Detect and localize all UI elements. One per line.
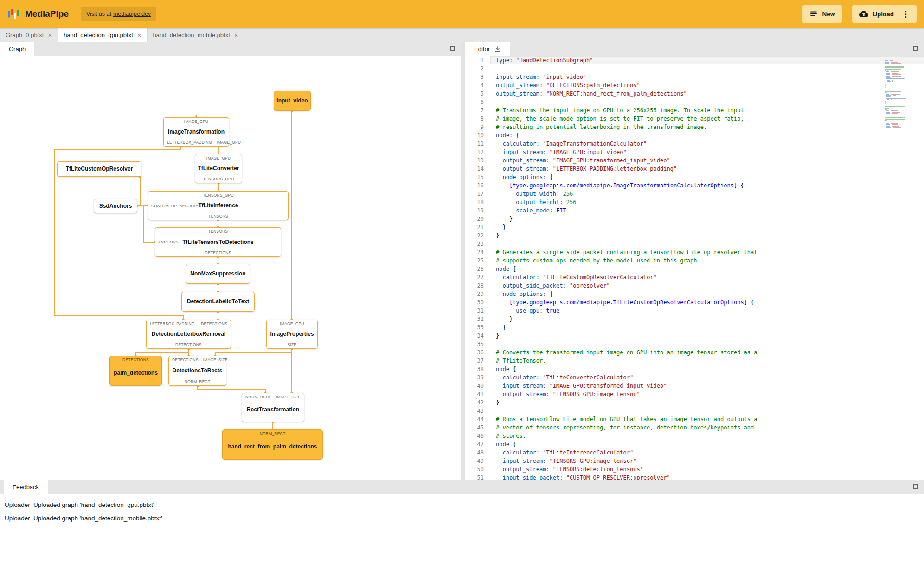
code-line[interactable]: node: { [490, 131, 924, 140]
code-line[interactable]: } [490, 215, 924, 223]
graph-node-RectTransformation[interactable]: NORM_RECTIMAGE_SIZERectTransformation [242, 393, 304, 422]
upload-button[interactable]: Upload ⋮ [852, 5, 917, 23]
file-tab-label: hand_detection_mobile.pbtxt [153, 32, 230, 38]
more-options-icon[interactable]: ⋮ [902, 10, 910, 18]
code-line[interactable]: output_stream: "TENSORS_GPU:image_tensor… [490, 390, 924, 398]
graph-node-palm_detections[interactable]: DETECTIONSpalm_detections [109, 356, 162, 386]
graph-node-DetectionsToRects[interactable]: DETECTIONSIMAGE_SIZEDetectionsToRectsNOR… [168, 356, 226, 386]
expand-panel-icon[interactable] [913, 46, 918, 51]
code-line[interactable]: } [490, 223, 924, 231]
code-line[interactable]: output_stream: "NORM_RECT:hand_rect_from… [490, 90, 924, 98]
code-line[interactable]: # image, the scale_mode option is set to… [490, 115, 924, 123]
code-line[interactable]: } [490, 332, 924, 340]
code-line[interactable]: output_stream: "TENSORS:detection_tensor… [490, 465, 924, 474]
graph-node-TfLiteConverter[interactable]: IMAGE_GPUTfLiteConverterTENSORS_GPU [195, 154, 242, 183]
line-number: 4 [465, 81, 484, 90]
code-line[interactable]: input_stream: "IMAGE_GPU:transformed_inp… [490, 382, 924, 390]
minimap-line [885, 109, 919, 110]
port-label-image_size: IMAGE_SIZE [203, 358, 228, 362]
code-line[interactable]: # Converts the transformed input image o… [490, 348, 924, 357]
expand-panel-icon[interactable] [913, 484, 918, 489]
code-line[interactable]: # Transforms the input image on GPU to a… [490, 106, 924, 115]
code-line[interactable]: type: "HandDetectionSubgraph" [490, 56, 924, 64]
graph-node-ImageTransformation[interactable]: IMAGE_GPUImageTransformationLETTERBOX_PA… [163, 117, 229, 147]
download-icon[interactable] [494, 45, 501, 53]
graph-node-TfLiteInference[interactable]: TENSORS_GPUTfLiteInferenceTENSORSCUSTOM_… [148, 191, 289, 220]
code-line[interactable]: calculator: "ImageTransformationCalculat… [490, 140, 924, 148]
node-bottom-ports: NORM_RECT [171, 379, 224, 384]
code-line[interactable]: use_gpu: true [490, 307, 924, 315]
new-button[interactable]: New [802, 5, 842, 23]
cloud-upload-icon [859, 9, 868, 19]
code-line[interactable]: calculator: "TfLiteInferenceCalculator" [490, 448, 924, 457]
code-line[interactable]: } [490, 323, 924, 332]
tab-editor[interactable]: Editor [465, 42, 510, 56]
code-line[interactable]: # Generates a single side packet contain… [490, 248, 924, 256]
graph-node-SsdAnchors[interactable]: SsdAnchors [94, 199, 137, 213]
code-line[interactable]: output_stream: "DETECTIONS:palm_detectio… [490, 81, 924, 90]
graph-node-TfLiteTensorsToDetections[interactable]: TENSORSTfLiteTensorsToDetectionsDETECTIO… [155, 227, 281, 257]
graph-canvas[interactable]: input_videoIMAGE_GPUImageTransformationL… [0, 56, 461, 480]
code-line[interactable]: node { [490, 365, 924, 373]
code-line[interactable]: # Runs a TensorFlow Lite model on GPU th… [490, 415, 924, 423]
code-line[interactable]: node { [490, 440, 924, 448]
graph-node-DetectionLetterboxRemoval[interactable]: LETTERBOX_PADDINGDETECTIONSDetectionLett… [146, 320, 231, 349]
tab-feedback[interactable]: Feedback [4, 480, 48, 494]
graph-node-DetectionLabelIdToText[interactable]: DetectionLabelIdToText [181, 292, 255, 312]
code-line[interactable]: output_height: 256 [490, 198, 924, 206]
code-line[interactable]: calculator: "TfLiteConverterCalculator" [490, 373, 924, 382]
graph-node-input_video[interactable]: input_video [274, 91, 311, 111]
code-line[interactable]: scale_mode: FIT [490, 206, 924, 215]
code-line[interactable]: [type.googleapis.com/mediapipe.ImageTran… [490, 181, 924, 190]
code-line[interactable] [490, 240, 924, 248]
file-tab[interactable]: hand_detection_gpu.pbtxt× [58, 28, 147, 42]
code-line[interactable]: input_side_packet: "CUSTOM_OP_RESOLVER:o… [490, 474, 924, 480]
code-line[interactable]: } [490, 398, 924, 407]
minimap-line [885, 83, 919, 83]
minimap-line [885, 99, 919, 100]
code-line[interactable]: input_stream: "IMAGE_GPU:input_video" [490, 148, 924, 156]
code-line[interactable]: # supports custom ops needed by the mode… [490, 256, 924, 265]
graph-node-ImageProperties[interactable]: IMAGE_GPUImagePropertiesSIZE [266, 320, 318, 349]
code-line[interactable]: } [490, 231, 924, 240]
code-line[interactable] [490, 98, 924, 106]
close-tab-icon[interactable]: × [48, 32, 52, 38]
code-line[interactable]: output_stream: "IMAGE_GPU:transformed_in… [490, 156, 924, 165]
code-content[interactable]: type: "HandDetectionSubgraph"input_strea… [490, 56, 924, 480]
minimap-line [885, 122, 919, 122]
code-line[interactable]: # TfLiteTensor. [490, 357, 924, 365]
code-line[interactable] [490, 64, 924, 73]
code-line[interactable]: input_stream: "input_video" [490, 73, 924, 81]
code-line[interactable] [490, 407, 924, 415]
port-label-detections: DETECTIONS [172, 358, 199, 362]
code-line[interactable]: output_stream: "LETTERBOX_PADDING:letter… [490, 165, 924, 173]
code-line[interactable]: } [490, 315, 924, 323]
expand-panel-icon[interactable] [450, 46, 455, 51]
minimap[interactable] [885, 58, 919, 128]
tab-graph[interactable]: Graph [0, 42, 34, 56]
code-line[interactable]: output_side_packet: "opresolver" [490, 282, 924, 290]
graph-node-TfLiteCustomOpResolver[interactable]: TfLiteCustomOpResolver [57, 161, 141, 177]
code-line[interactable]: node { [490, 265, 924, 273]
code-line[interactable]: [type.googleapis.com/mediapipe.TfLiteCus… [490, 298, 924, 307]
code-editor[interactable]: 1234567891011121314151617181920212223242… [465, 56, 924, 480]
panel-splitter[interactable] [461, 42, 465, 480]
visit-badge: Visit us at mediapipe.dev [81, 7, 156, 21]
graph-node-hand_rect_from_palm_detections[interactable]: NORM_RECThand_rect_from_palm_detections [222, 429, 323, 460]
code-line[interactable] [490, 340, 924, 348]
code-line[interactable]: # vector of tensors representing, for in… [490, 423, 924, 432]
file-tab[interactable]: hand_detection_mobile.pbtxt× [148, 28, 244, 42]
code-line[interactable]: output_width: 256 [490, 190, 924, 198]
minimap-line [885, 62, 919, 63]
graph-node-NonMaxSuppression[interactable]: NonMaxSuppression [186, 264, 250, 284]
close-tab-icon[interactable]: × [234, 32, 238, 38]
visit-link[interactable]: mediapipe.dev [113, 11, 151, 17]
code-line[interactable]: calculator: "TfLiteCustomOpResolverCalcu… [490, 273, 924, 282]
code-line[interactable]: # resulting in potential letterboxing in… [490, 123, 924, 131]
code-line[interactable]: # scores. [490, 432, 924, 440]
file-tab[interactable]: Graph_0.pbtxt× [0, 28, 58, 42]
code-line[interactable]: node_options: { [490, 290, 924, 298]
code-line[interactable]: node_options: { [490, 173, 924, 181]
code-line[interactable]: input_stream: "TENSORS_GPU:image_tensor" [490, 457, 924, 465]
close-tab-icon[interactable]: × [137, 32, 141, 38]
